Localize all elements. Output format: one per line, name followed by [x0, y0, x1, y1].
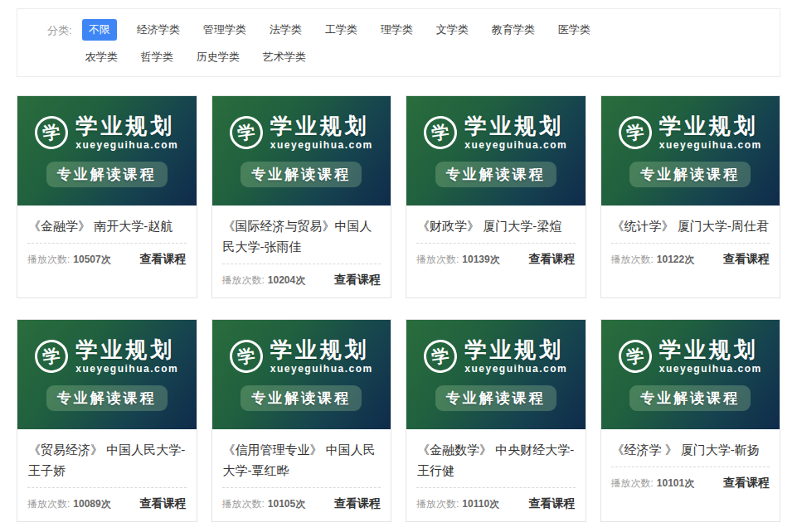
- logo-glyph: 学: [41, 344, 62, 370]
- course-card[interactable]: 学 学业规划 xueyeguihua.com 专业解读课程 《国际经济与贸易》中…: [211, 95, 392, 298]
- course-thumbnail[interactable]: 学 学业规划 xueyeguihua.com 专业解读课程: [17, 96, 197, 206]
- ribbon-badge: 专业解读课程: [629, 385, 751, 411]
- brand-domain: xueyeguihua.com: [659, 139, 762, 151]
- plays-label: 播放次数:: [611, 253, 654, 267]
- category-filter-item[interactable]: 不限: [82, 19, 117, 41]
- view-course-link[interactable]: 查看课程: [140, 496, 187, 511]
- brand-domain: xueyeguihua.com: [75, 363, 178, 375]
- brand-domain: xueyeguihua.com: [464, 139, 567, 151]
- brand-title: 学业规划: [659, 339, 762, 360]
- course-title: 《财政学》 厦门大学-梁煊: [416, 214, 576, 244]
- brand-block: 学业规划 xueyeguihua.com: [270, 115, 373, 151]
- course-meta-row: 播放次数: 10507次 查看课程: [27, 252, 187, 267]
- course-card[interactable]: 学 学业规划 xueyeguihua.com 专业解读课程 《信用管理专业》 中…: [211, 319, 392, 522]
- ribbon-badge: 专业解读课程: [46, 385, 168, 411]
- category-filter-item[interactable]: 农学类: [82, 46, 121, 68]
- xueyeguihua-logo-icon: 学: [227, 114, 265, 151]
- course-thumbnail[interactable]: 学 学业规划 xueyeguihua.com 专业解读课程: [601, 96, 780, 206]
- brand-row: 学 学业规划 xueyeguihua.com: [619, 339, 762, 375]
- xueyeguihua-logo-icon: 学: [227, 337, 265, 375]
- category-filter-item[interactable]: 历史学类: [193, 46, 243, 68]
- category-filter-item[interactable]: 艺术学类: [260, 46, 309, 68]
- category-filter-item[interactable]: 管理学类: [200, 19, 250, 41]
- course-card-body: 《金融数学》 中央财经大学-王行健 播放次数: 10110次 查看课程: [406, 429, 586, 521]
- ribbon-badge: 专业解读课程: [629, 162, 751, 187]
- course-card[interactable]: 学 学业规划 xueyeguihua.com 专业解读课程 《金融数学》 中央财…: [406, 319, 586, 522]
- course-card-body: 《经济学 》 厦门大学-靳扬 播放次数: 10101次 查看课程: [601, 429, 780, 521]
- course-meta-row: 播放次数: 10101次 查看课程: [611, 476, 770, 491]
- course-card[interactable]: 学 学业规划 xueyeguihua.com 专业解读课程 《贸易经济》 中国人…: [17, 319, 197, 522]
- category-filter-item[interactable]: 理学类: [377, 19, 416, 41]
- course-card[interactable]: 学 学业规划 xueyeguihua.com 专业解读课程 《统计学》 厦门大学…: [600, 95, 781, 298]
- brand-block: 学业规划 xueyeguihua.com: [659, 115, 762, 151]
- brand-title: 学业规划: [270, 115, 373, 137]
- course-thumbnail[interactable]: 学 学业规划 xueyeguihua.com 专业解读课程: [406, 96, 586, 206]
- xueyeguihua-logo-icon: 学: [33, 337, 70, 375]
- course-thumbnail[interactable]: 学 学业规划 xueyeguihua.com 专业解读课程: [17, 320, 197, 429]
- view-course-link[interactable]: 查看课程: [529, 496, 576, 511]
- plays-count: 10101次: [657, 476, 694, 491]
- plays-count: 10089次: [73, 497, 110, 511]
- brand-row: 学 学业规划 xueyeguihua.com: [424, 115, 567, 151]
- brand-row: 学 学业规划 xueyeguihua.com: [230, 339, 373, 375]
- course-card[interactable]: 学 学业规划 xueyeguihua.com 专业解读课程 《金融学》 南开大学…: [17, 95, 197, 298]
- category-filter-item[interactable]: 哲学类: [138, 46, 177, 68]
- course-title: 《贸易经济》 中国人民大学-王子娇: [27, 438, 187, 488]
- course-card[interactable]: 学 学业规划 xueyeguihua.com 专业解读课程 《经济学 》 厦门大…: [600, 319, 781, 522]
- brand-title: 学业规划: [464, 115, 567, 137]
- course-card-body: 《财政学》 厦门大学-梁煊 播放次数: 10139次 查看课程: [406, 206, 586, 297]
- ribbon-badge: 专业解读课程: [241, 385, 362, 411]
- brand-row: 学 学业规划 xueyeguihua.com: [35, 115, 178, 151]
- xueyeguihua-logo-icon: 学: [616, 337, 654, 375]
- view-course-link[interactable]: 查看课程: [529, 252, 576, 267]
- brand-row: 学 学业规划 xueyeguihua.com: [35, 339, 178, 375]
- course-card-grid: 学 学业规划 xueyeguihua.com 专业解读课程 《金融学》 南开大学…: [17, 95, 780, 522]
- plays-count: 10105次: [268, 497, 305, 511]
- course-card[interactable]: 学 学业规划 xueyeguihua.com 专业解读课程 《财政学》 厦门大学…: [406, 95, 586, 298]
- course-thumbnail[interactable]: 学 学业规划 xueyeguihua.com 专业解读课程: [601, 320, 780, 429]
- course-title: 《金融数学》 中央财经大学-王行健: [416, 438, 576, 488]
- brand-title: 学业规划: [270, 339, 373, 360]
- course-thumbnail[interactable]: 学 学业规划 xueyeguihua.com 专业解读课程: [406, 320, 586, 429]
- course-title: 《金融学》 南开大学-赵航: [27, 214, 187, 244]
- brand-domain: xueyeguihua.com: [464, 363, 567, 375]
- view-course-link[interactable]: 查看课程: [723, 252, 770, 267]
- logo-glyph: 学: [430, 120, 451, 146]
- brand-block: 学业规划 xueyeguihua.com: [75, 339, 178, 375]
- course-card-body: 《统计学》 厦门大学-周仕君 播放次数: 10122次 查看课程: [601, 206, 780, 297]
- plays-label: 播放次数:: [416, 253, 459, 267]
- view-course-link[interactable]: 查看课程: [723, 476, 770, 491]
- ribbon-badge: 专业解读课程: [435, 162, 556, 187]
- brand-block: 学业规划 xueyeguihua.com: [659, 339, 762, 375]
- brand-title: 学业规划: [464, 339, 567, 360]
- category-filter-item[interactable]: 医学类: [555, 19, 594, 41]
- brand-row: 学 学业规划 xueyeguihua.com: [230, 115, 373, 151]
- plays-label: 播放次数:: [27, 253, 70, 267]
- plays-count: 10122次: [657, 253, 694, 267]
- category-filter-item[interactable]: 文学类: [433, 19, 472, 41]
- course-thumbnail[interactable]: 学 学业规划 xueyeguihua.com 专业解读课程: [212, 320, 391, 429]
- course-title: 《国际经济与贸易》中国人民大学-张雨佳: [222, 214, 381, 264]
- course-title: 《经济学 》 厦门大学-靳扬: [611, 438, 770, 467]
- logo-glyph: 学: [624, 344, 645, 370]
- course-card-body: 《金融学》 南开大学-赵航 播放次数: 10507次 查看课程: [17, 206, 197, 297]
- brand-title: 学业规划: [75, 115, 178, 137]
- ribbon-badge: 专业解读课程: [241, 162, 362, 187]
- course-meta-row: 播放次数: 10122次 查看课程: [611, 252, 770, 267]
- brand-block: 学业规划 xueyeguihua.com: [464, 115, 567, 151]
- course-meta-row: 播放次数: 10139次 查看课程: [416, 252, 576, 267]
- category-filter-bar: 分类: 不限经济学类管理学类法学类工学类理学类文学类教育学类医学类农学类哲学类历…: [17, 8, 780, 77]
- category-filter-item[interactable]: 工学类: [322, 19, 361, 41]
- category-filter-item[interactable]: 法学类: [266, 19, 305, 41]
- course-thumbnail[interactable]: 学 学业规划 xueyeguihua.com 专业解读课程: [212, 96, 391, 206]
- category-filter-item[interactable]: 经济学类: [134, 19, 183, 41]
- ribbon-badge: 专业解读课程: [46, 162, 168, 187]
- brand-domain: xueyeguihua.com: [75, 139, 178, 151]
- category-filter-item[interactable]: 教育学类: [488, 19, 538, 41]
- view-course-link[interactable]: 查看课程: [334, 496, 381, 511]
- brand-row: 学 学业规划 xueyeguihua.com: [424, 339, 567, 375]
- view-course-link[interactable]: 查看课程: [334, 273, 381, 288]
- xueyeguihua-logo-icon: 学: [616, 114, 654, 151]
- view-course-link[interactable]: 查看课程: [140, 252, 187, 267]
- logo-glyph: 学: [236, 120, 256, 146]
